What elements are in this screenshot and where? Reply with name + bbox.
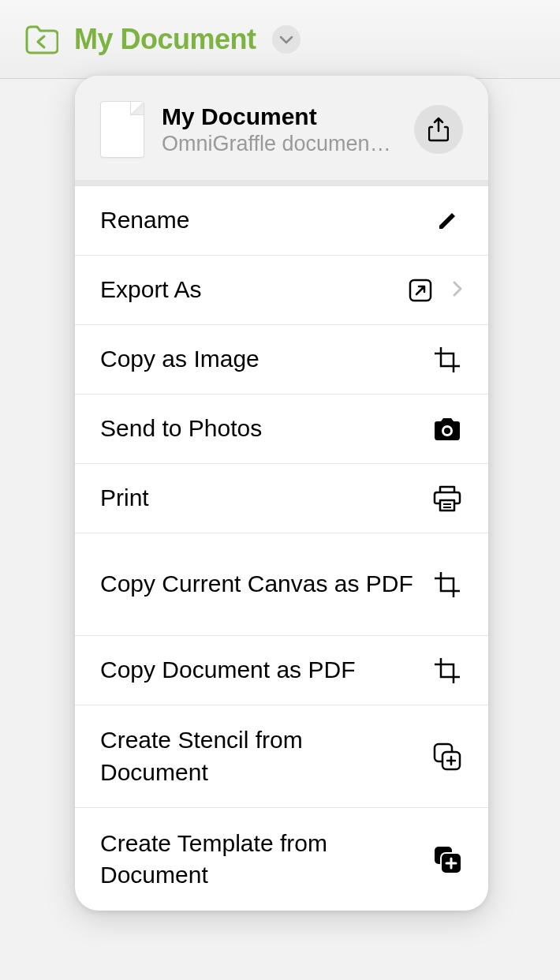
document-info: My Document OmniGraffle document…: [162, 103, 397, 156]
svg-point-2: [444, 428, 450, 434]
duplicate-plus-outline-icon: [431, 742, 463, 772]
popover-doc-subtitle: OmniGraffle document…: [162, 131, 397, 156]
chevron-down-icon: [279, 35, 293, 44]
crop-icon: [431, 657, 463, 684]
back-folder-icon[interactable]: [24, 24, 58, 54]
printer-icon: [431, 484, 463, 513]
export-icon: [405, 278, 436, 303]
menu-item-send-to-photos[interactable]: Send to Photos: [75, 395, 488, 464]
camera-icon: [431, 417, 463, 442]
menu-list: Rename Export As Copy as I: [75, 186, 488, 911]
pencil-icon: [431, 210, 463, 232]
title-dropdown-button[interactable]: [272, 25, 301, 54]
menu-label: Create Template from Document: [100, 814, 431, 906]
menu-item-print[interactable]: Print: [75, 464, 488, 533]
document-toolbar: My Document: [0, 0, 560, 79]
menu-label: Copy Current Canvas as PDF: [100, 554, 431, 615]
share-button[interactable]: [414, 105, 463, 154]
menu-label: Export As: [100, 260, 405, 320]
menu-item-copy-canvas-pdf[interactable]: Copy Current Canvas as PDF: [75, 533, 488, 636]
menu-label: Print: [100, 468, 431, 529]
menu-item-export-as[interactable]: Export As: [75, 256, 488, 325]
chevron-right-icon: [452, 279, 463, 301]
svg-rect-3: [440, 500, 454, 511]
menu-label: Copy as Image: [100, 329, 431, 390]
menu-item-copy-doc-pdf[interactable]: Copy Document as PDF: [75, 636, 488, 705]
share-icon: [428, 117, 449, 142]
popover-doc-title: My Document: [162, 103, 397, 131]
duplicate-plus-filled-icon: [431, 844, 463, 874]
menu-label: Rename: [100, 190, 431, 251]
document-actions-popover: My Document OmniGraffle document… Rename…: [75, 76, 488, 911]
popover-header: My Document OmniGraffle document…: [75, 76, 488, 186]
menu-label: Copy Document as PDF: [100, 640, 431, 701]
document-title[interactable]: My Document: [74, 23, 256, 56]
menu-item-create-stencil[interactable]: Create Stencil from Document: [75, 705, 488, 808]
menu-item-create-template[interactable]: Create Template from Document: [75, 808, 488, 911]
document-thumbnail-icon: [100, 101, 144, 158]
menu-item-copy-as-image[interactable]: Copy as Image: [75, 325, 488, 395]
menu-label: Create Stencil from Document: [100, 710, 431, 802]
menu-label: Send to Photos: [100, 398, 431, 459]
menu-item-rename[interactable]: Rename: [75, 186, 488, 256]
crop-icon: [431, 346, 463, 373]
crop-icon: [431, 571, 463, 598]
